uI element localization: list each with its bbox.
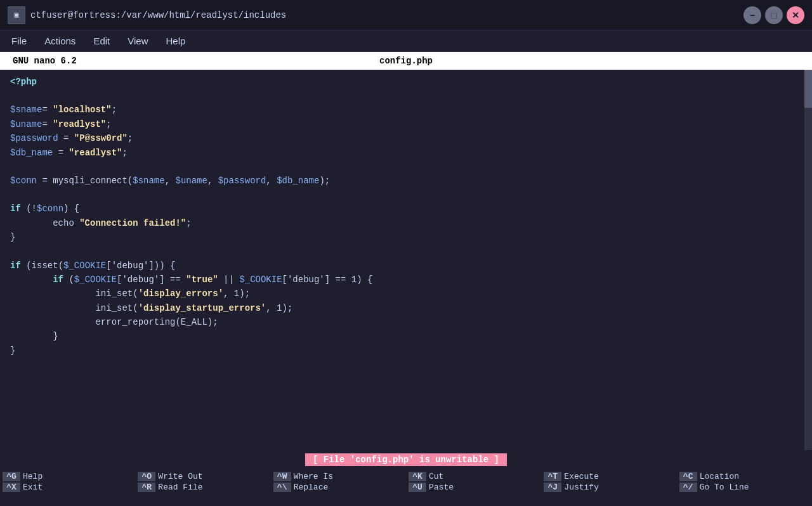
shortcut-execute[interactable]: ^T Execute bbox=[544, 472, 674, 481]
shortcut-key-c: ^C bbox=[679, 472, 697, 481]
menu-help[interactable]: Help bbox=[159, 34, 192, 48]
code-line-10: if (isset($_COOKIE['debug'])) { bbox=[10, 259, 802, 273]
shortcut-help[interactable]: ^G Help bbox=[3, 472, 133, 481]
shortcut-justify[interactable]: ^J Justify bbox=[544, 483, 674, 492]
shortcut-label-execute: Execute bbox=[564, 472, 599, 481]
code-line-15: } bbox=[10, 329, 802, 343]
shortcut-gotoline[interactable]: ^/ Go To Line bbox=[679, 483, 809, 492]
status-message: [ File 'config.php' is unwritable ] bbox=[305, 453, 507, 466]
title-bar: ▣ ctfuser@fortress:/var/www/html/readlys… bbox=[0, 0, 812, 30]
shortcut-key-r: ^R bbox=[138, 483, 155, 492]
shortcut-label-justify: Justify bbox=[564, 483, 599, 492]
minimize-button[interactable]: − bbox=[743, 6, 761, 24]
menu-edit[interactable]: Edit bbox=[87, 34, 116, 48]
shortcut-label-exit: Exit bbox=[23, 483, 43, 492]
shortcut-replace[interactable]: ^\ Replace bbox=[273, 483, 403, 492]
shortcut-key-g: ^G bbox=[3, 472, 20, 481]
code-area[interactable]: <?php $sname= "localhost"; $uname= "read… bbox=[0, 70, 812, 450]
code-line-8: echo "Connection failed!"; bbox=[10, 216, 802, 230]
scrollbar[interactable] bbox=[804, 70, 812, 450]
shortcut-col-2: ^O Write Out ^R Read File bbox=[135, 469, 270, 506]
code-line-1: <?php bbox=[10, 75, 802, 89]
title-bar-left: ▣ ctfuser@fortress:/var/www/html/readlys… bbox=[8, 6, 286, 24]
maximize-button[interactable]: □ bbox=[765, 6, 783, 24]
code-line-16: } bbox=[10, 344, 802, 358]
code-line-13: ini_set('display_startup_errors', 1); bbox=[10, 301, 802, 315]
shortcut-whereis[interactable]: ^W Where Is bbox=[273, 472, 403, 481]
title-text: ctfuser@fortress:/var/www/html/readlyst/… bbox=[30, 10, 286, 20]
shortcut-key-j: ^J bbox=[544, 483, 561, 492]
shortcut-label-help: Help bbox=[23, 472, 43, 481]
shortcut-key-k: ^K bbox=[409, 472, 426, 481]
code-line-7: if (!$conn) { bbox=[10, 202, 802, 216]
code-line-9: } bbox=[10, 230, 802, 244]
shortcut-key-x: ^X bbox=[3, 483, 20, 492]
window-controls: − □ ✕ bbox=[743, 6, 804, 24]
shortcut-col-3: ^W Where Is ^\ Replace bbox=[271, 469, 406, 506]
code-line-2: $sname= "localhost"; bbox=[10, 103, 802, 117]
shortcut-col-5: ^T Execute ^J Justify bbox=[541, 469, 676, 506]
code-line-5: $db_name = "readlyst"; bbox=[10, 146, 802, 160]
shortcut-label-whereis: Where Is bbox=[294, 472, 333, 481]
shortcut-key-slash: ^/ bbox=[679, 483, 697, 492]
shortcut-location[interactable]: ^C Location bbox=[679, 472, 809, 481]
code-line-6: $conn = mysqli_connect($sname, $uname, $… bbox=[10, 174, 802, 188]
shortcut-label-replace: Replace bbox=[294, 483, 329, 492]
status-area: [ File 'config.php' is unwritable ] bbox=[0, 450, 812, 469]
shortcut-label-location: Location bbox=[700, 472, 739, 481]
shortcut-key-u: ^U bbox=[409, 483, 426, 492]
nano-header: GNU nano 6.2 config.php bbox=[0, 52, 812, 70]
shortcut-label-readfile: Read File bbox=[158, 483, 202, 492]
shortcut-label-gotoline: Go To Line bbox=[700, 483, 749, 492]
shortcut-col-4: ^K Cut ^U Paste bbox=[406, 469, 541, 506]
shortcut-readfile[interactable]: ^R Read File bbox=[138, 483, 268, 492]
shortcut-col-6: ^C Location ^/ Go To Line bbox=[677, 469, 812, 506]
menu-file[interactable]: File bbox=[5, 34, 33, 48]
menu-bar: File Actions Edit View Help bbox=[0, 30, 812, 52]
shortcut-bar: ^G Help ^X Exit ^O Write Out ^R Read Fil… bbox=[0, 469, 812, 506]
close-button[interactable]: ✕ bbox=[787, 6, 804, 24]
code-line-12: ini_set('display_errors', 1); bbox=[10, 287, 802, 301]
shortcut-col-1: ^G Help ^X Exit bbox=[0, 469, 135, 506]
shortcut-label-paste: Paste bbox=[429, 483, 454, 492]
menu-actions[interactable]: Actions bbox=[38, 34, 82, 48]
nano-filename: config.php bbox=[379, 56, 433, 66]
code-line-11: if ($_COOKIE['debug'] == "true" || $_COO… bbox=[10, 273, 802, 287]
code-line-4: $password = "P@ssw0rd"; bbox=[10, 131, 802, 145]
shortcut-exit[interactable]: ^X Exit bbox=[3, 483, 133, 492]
menu-view[interactable]: View bbox=[121, 34, 154, 48]
shortcut-key-backslash: ^\ bbox=[273, 483, 291, 492]
window-icon: ▣ bbox=[8, 6, 25, 24]
shortcut-key-o: ^O bbox=[138, 472, 155, 481]
shortcut-label-writeout: Write Out bbox=[158, 472, 202, 481]
code-line-3: $uname= "readlyst"; bbox=[10, 117, 802, 131]
nano-version: GNU nano 6.2 bbox=[13, 56, 77, 66]
shortcut-writeout[interactable]: ^O Write Out bbox=[138, 472, 268, 481]
shortcut-cut[interactable]: ^K Cut bbox=[409, 472, 539, 481]
shortcut-paste[interactable]: ^U Paste bbox=[409, 483, 539, 492]
shortcut-label-cut: Cut bbox=[429, 472, 443, 481]
shortcut-key-t: ^T bbox=[544, 472, 561, 481]
code-line-14: error_reporting(E_ALL); bbox=[10, 315, 802, 329]
scrollbar-thumb[interactable] bbox=[804, 70, 812, 108]
shortcut-key-w: ^W bbox=[273, 472, 291, 481]
